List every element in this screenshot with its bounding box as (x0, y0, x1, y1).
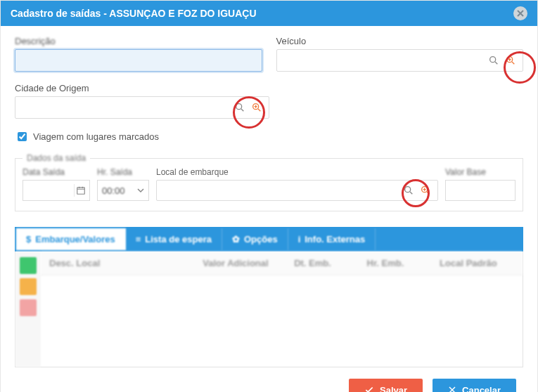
data-saida-label: Data Saída (23, 167, 90, 177)
grid-header: Desc. Local Valor Adicional Dt. Emb. Hr.… (41, 251, 523, 275)
cidade-input[interactable] (15, 97, 231, 118)
checkbox-input[interactable] (18, 132, 27, 141)
hr-saida-value: 00:00 (102, 185, 125, 196)
check-icon (364, 385, 374, 392)
veiculo-label: Veículo (276, 36, 524, 46)
col-valor-adicional: Valor Adicional (194, 258, 286, 268)
descricao-input[interactable] (15, 49, 262, 72)
veiculo-search-plus-button[interactable] (503, 53, 518, 68)
search-icon (403, 185, 414, 196)
grid-table: Desc. Local Valor Adicional Dt. Emb. Hr.… (41, 251, 523, 367)
svg-point-5 (405, 187, 411, 192)
field-veiculo: Veículo (276, 36, 524, 72)
tab-label: Info. Externas (305, 234, 365, 244)
cidade-input-wrap (15, 96, 269, 119)
footer: Salvar Cancelar (15, 367, 523, 392)
checkbox-viagem-marcados[interactable]: Viagem com lugares marcados (15, 130, 523, 143)
search-plus-icon (505, 55, 516, 66)
save-button[interactable]: Salvar (349, 379, 423, 392)
field-hr-saida: Hr. Saída 00:00 (97, 167, 149, 201)
field-descricao: Descrição (15, 36, 262, 72)
list-icon: ≡ (136, 234, 141, 244)
add-row-button[interactable] (20, 257, 37, 274)
col-hr-emb: Hr. Emb. (359, 258, 431, 268)
local-embarque-search-plus-button[interactable] (418, 183, 433, 198)
field-valor-base: Valor Base (445, 167, 515, 201)
search-icon (234, 102, 245, 113)
svg-rect-4 (77, 188, 84, 194)
tab-label: Opções (244, 234, 278, 244)
valor-base-input[interactable] (445, 180, 515, 201)
tab-label: Embarque/Valores (35, 234, 115, 244)
delete-row-button[interactable] (20, 299, 37, 316)
field-local-embarque: Local de embarque (156, 167, 438, 201)
close-button[interactable] (513, 6, 527, 20)
cancel-button[interactable]: Cancelar (433, 379, 516, 392)
field-cidade-origem: Cidade de Origem (15, 83, 269, 119)
col-local-padrao: Local Padrão (431, 258, 523, 268)
dados-row: Data Saída Hr. Saída 00:00 (23, 167, 515, 201)
dados-legend: Dados da saída (23, 153, 90, 163)
edit-row-button[interactable] (20, 278, 37, 295)
field-data-saida: Data Saída (23, 167, 90, 201)
tab-info-externas[interactable]: i Info. Externas (288, 228, 376, 250)
data-saida-input[interactable] (23, 180, 90, 201)
chevron-down-icon (137, 187, 144, 194)
cidade-search-plus-button[interactable] (249, 100, 264, 115)
x-icon (448, 386, 456, 392)
veiculo-input[interactable] (277, 50, 485, 71)
modal: Cadastro de saídas - ASSUNÇAO E FOZ DO I… (0, 0, 538, 392)
hr-saida-select[interactable]: 00:00 (97, 180, 149, 201)
tab-bar: $ Embarque/Valores ≡ Lista de espera ✿ O… (15, 227, 523, 251)
grid: Desc. Local Valor Adicional Dt. Emb. Hr.… (15, 251, 523, 367)
calendar-icon (74, 184, 87, 197)
search-plus-icon (251, 102, 262, 113)
hr-saida-label: Hr. Saída (97, 167, 149, 177)
info-icon: i (298, 234, 301, 244)
modal-title: Cadastro de saídas - ASSUNÇAO E FOZ DO I… (11, 8, 257, 19)
save-label: Salvar (380, 385, 407, 393)
svg-point-0 (490, 57, 496, 63)
col-desc-local: Desc. Local (41, 258, 194, 268)
fieldset-dados-saida: Dados da saída Data Saída Hr. Saída 00:0… (15, 153, 523, 211)
row-desc-veiculo: Descrição Veículo (15, 36, 523, 72)
cidade-label: Cidade de Origem (15, 83, 269, 93)
options-icon: ✿ (232, 234, 240, 244)
cidade-search-button[interactable] (232, 100, 248, 115)
svg-point-2 (236, 104, 241, 110)
local-embarque-search-button[interactable] (401, 183, 416, 198)
tab-opcoes[interactable]: ✿ Opções (222, 228, 288, 250)
local-embarque-wrap (156, 180, 438, 201)
tab-label: Lista de espera (145, 234, 212, 244)
tab-embarque-valores[interactable]: $ Embarque/Valores (16, 228, 126, 250)
grid-body (41, 275, 523, 367)
col-dt-emb: Dt. Emb. (286, 258, 358, 268)
modal-content: Descrição Veículo Cidade de Origem (1, 26, 537, 392)
close-icon (517, 10, 524, 17)
local-embarque-input[interactable] (157, 181, 399, 200)
veiculo-search-button[interactable] (486, 53, 501, 68)
search-icon (488, 55, 499, 66)
search-plus-icon (420, 185, 431, 196)
local-embarque-label: Local de embarque (156, 167, 438, 177)
valor-base-label: Valor Base (445, 167, 515, 177)
dollar-icon: $ (26, 234, 31, 244)
veiculo-input-wrap (276, 49, 524, 72)
checkbox-label: Viagem com lugares marcados (33, 131, 159, 142)
title-bar: Cadastro de saídas - ASSUNÇAO E FOZ DO I… (1, 1, 537, 26)
cancel-label: Cancelar (462, 385, 501, 393)
descricao-label: Descrição (15, 36, 262, 46)
tab-lista-espera[interactable]: ≡ Lista de espera (126, 228, 222, 250)
grid-side-buttons (15, 251, 41, 367)
